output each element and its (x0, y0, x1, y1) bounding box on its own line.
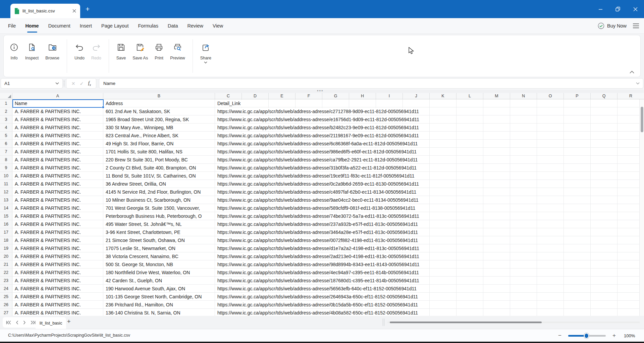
cell-b13[interactable]: 10 Milner Business Ct, Scarborough, ON (103, 196, 215, 204)
row-header-23[interactable]: 23 (0, 277, 12, 284)
next-sheet-icon[interactable] (23, 321, 26, 325)
minimize-icon[interactable] (592, 0, 609, 18)
zoom-level[interactable]: 100% (618, 333, 639, 338)
row-header-15[interactable]: 15 (0, 212, 12, 220)
cell-b25[interactable]: 101-135 George Street North, Cambridge, … (103, 293, 215, 300)
cell-a13[interactable]: A. FARBER & PARTNERS INC. (12, 196, 103, 204)
row-header-6[interactable]: 6 (0, 140, 12, 147)
cell-c6[interactable]: https://www.ic.gc.ca/app/scr/tds/web/add… (215, 140, 644, 147)
cell-b10[interactable]: 11 Bond St, Suite 101V, St. Catharines, … (103, 172, 215, 180)
cell-b1[interactable]: Address (103, 99, 215, 107)
column-header-n[interactable]: N (510, 93, 537, 99)
cell-b7[interactable]: 1701 Hollis St, suite 800, Halifax, NS (103, 148, 215, 155)
row-header-1[interactable]: 1 (0, 99, 12, 107)
row-header-14[interactable]: 14 (0, 204, 12, 212)
cell-a17[interactable]: A. FARBER & PARTNERS INC. (12, 228, 103, 236)
column-header-c[interactable]: C (215, 93, 242, 99)
formula-input[interactable]: Name (99, 78, 643, 89)
menu-item-view[interactable]: View (208, 18, 228, 33)
cell-a3[interactable]: A. FARBER & PARTNERS INC. (12, 115, 103, 123)
cell-a7[interactable]: A. FARBER & PARTNERS INC. (12, 148, 103, 155)
cell-b9[interactable]: 2 County Ct Blvd, Suite 400, Brampton, O… (103, 164, 215, 172)
cell-c3[interactable]: https://www.ic.gc.ca/app/scr/tds/web/add… (215, 115, 644, 123)
row-header-11[interactable]: 11 (0, 180, 12, 188)
cell-a6[interactable]: A. FARBER & PARTNERS INC. (12, 140, 103, 147)
row-header-2[interactable]: 2 (0, 107, 12, 115)
row-header-7[interactable]: 7 (0, 148, 12, 155)
cell-a14[interactable]: A. FARBER & PARTNERS INC. (12, 204, 103, 212)
add-sheet-icon[interactable]: + (67, 318, 71, 325)
cell-a5[interactable]: A. FARBER & PARTNERS INC. (12, 132, 103, 139)
inspect-button[interactable]: Inspect (22, 35, 42, 77)
preview-button[interactable]: Preview (167, 35, 188, 77)
row-header-22[interactable]: 22 (0, 268, 12, 276)
cell-a2[interactable]: A. FARBER & PARTNERS INC. (12, 107, 103, 115)
cell-b3[interactable]: 1965 Broad Street Unit 200, Regina, SK (103, 115, 215, 123)
row-header-19[interactable]: 19 (0, 244, 12, 252)
formula-bar-handle[interactable] (64, 81, 64, 86)
cell-c12[interactable]: https://www.ic.gc.ca/app/scr/tds/web/add… (215, 188, 644, 196)
row-header-3[interactable]: 3 (0, 115, 12, 123)
first-sheet-icon[interactable] (6, 321, 11, 325)
cell-b19[interactable]: 17075 Leslie St., Newmarket, ON (103, 244, 215, 252)
menu-item-document[interactable]: Document (44, 18, 75, 33)
cell-b6[interactable]: 49 High St. 3rd Floor, Barrie, ON (103, 140, 215, 147)
cell-a10[interactable]: A. FARBER & PARTNERS INC. (12, 172, 103, 180)
share-button[interactable]: Share (197, 35, 215, 77)
menu-item-page-layout[interactable]: Page Layout (97, 18, 133, 33)
column-header-d[interactable]: D (242, 93, 269, 99)
cell-c18[interactable]: https://www.ic.gc.ca/app/scr/tds/web/add… (215, 236, 644, 244)
last-sheet-icon[interactable] (31, 321, 36, 325)
confirm-entry-icon[interactable]: ✓ (80, 81, 84, 86)
tab-close-icon[interactable] (72, 9, 76, 13)
cell-c17[interactable]: https://www.ic.gc.ca/app/scr/tds/web/add… (215, 228, 644, 236)
row-header-4[interactable]: 4 (0, 124, 12, 131)
cell-c4[interactable]: https://www.ic.gc.ca/app/scr/tds/web/add… (215, 124, 644, 131)
insert-function-icon[interactable]: fx (88, 80, 91, 87)
cell-a22[interactable]: A. FARBER & PARTNERS INC. (12, 268, 103, 276)
cell-c14[interactable]: https://www.ic.gc.ca/app/scr/tds/web/add… (215, 204, 644, 212)
restore-icon[interactable] (609, 0, 627, 18)
column-header-e[interactable]: E (269, 93, 296, 99)
column-header-q[interactable]: Q (591, 93, 618, 99)
zoom-out-icon[interactable]: − (556, 332, 564, 339)
cell-a9[interactable]: A. FARBER & PARTNERS INC. (12, 164, 103, 172)
zoom-slider[interactable] (568, 335, 606, 337)
cell-a16[interactable]: A. FARBER & PARTNERS INC. (12, 220, 103, 228)
row-header-16[interactable]: 16 (0, 220, 12, 228)
document-tab[interactable]: lit_list_basic.csv (10, 4, 80, 18)
row-header-26[interactable]: 26 (0, 301, 12, 308)
cell-b15[interactable]: Peterborough Business Hub, Peterborough,… (103, 212, 215, 220)
column-header-k[interactable]: K (430, 93, 457, 99)
row-header-5[interactable]: 5 (0, 132, 12, 139)
cell-a24[interactable]: A. FARBER & PARTNERS INC. (12, 285, 103, 292)
save-button[interactable]: Save (113, 35, 129, 77)
column-header-a[interactable]: A (12, 93, 103, 99)
cell-b14[interactable]: 701 West Georgia St. Suite 1500, Vancouv… (103, 204, 215, 212)
cell-c20[interactable]: https://www.ic.gc.ca/app/scr/tds/web/add… (215, 252, 644, 260)
browse-button[interactable]: Browse (42, 35, 63, 77)
cell-a27[interactable]: A. FARBER & PARTNERS INC. (12, 309, 103, 316)
column-header-m[interactable]: M (483, 93, 510, 99)
expand-formula-bar-icon[interactable] (636, 82, 640, 85)
menu-item-review[interactable]: Review (183, 18, 208, 33)
cell-c1[interactable]: Detail_Link (215, 99, 644, 107)
cell-b8[interactable]: 220 Brew St Suite 301, Port Moody, BC (103, 156, 215, 163)
row-header-27[interactable]: 27 (0, 309, 12, 316)
sheet-tab-active[interactable]: lit_list_basic (36, 317, 66, 329)
cell-a25[interactable]: A. FARBER & PARTNERS INC. (12, 293, 103, 300)
cell-c21[interactable]: https://www.ic.gc.ca/app/scr/tds/web/add… (215, 260, 644, 268)
cell-a20[interactable]: A. FARBER & PARTNERS INC. (12, 252, 103, 260)
horizontal-scrollbar[interactable] (387, 322, 640, 323)
cell-c26[interactable]: https://www.ic.gc.ca/app/scr/tds/web/add… (215, 301, 644, 308)
cell-b18[interactable]: 21 Simcoe Street South, Oshawa, ON (103, 236, 215, 244)
cell-b23[interactable]: 42 Carden St., Guelph, ON (103, 277, 215, 284)
zoom-in-icon[interactable]: + (610, 332, 618, 339)
menu-item-file[interactable]: File (3, 18, 20, 33)
hamburger-menu-icon[interactable] (633, 23, 639, 28)
cell-b27[interactable]: 136-140 Christina St. N, Sarnia, ON (103, 309, 215, 316)
cell-b20[interactable]: 38 Victoria Crescent, Nanaimo, BC (103, 252, 215, 260)
menu-item-insert[interactable]: Insert (75, 18, 97, 33)
column-header-h[interactable]: H (349, 93, 376, 99)
cell-a12[interactable]: A. FARBER & PARTNERS INC. (12, 188, 103, 196)
